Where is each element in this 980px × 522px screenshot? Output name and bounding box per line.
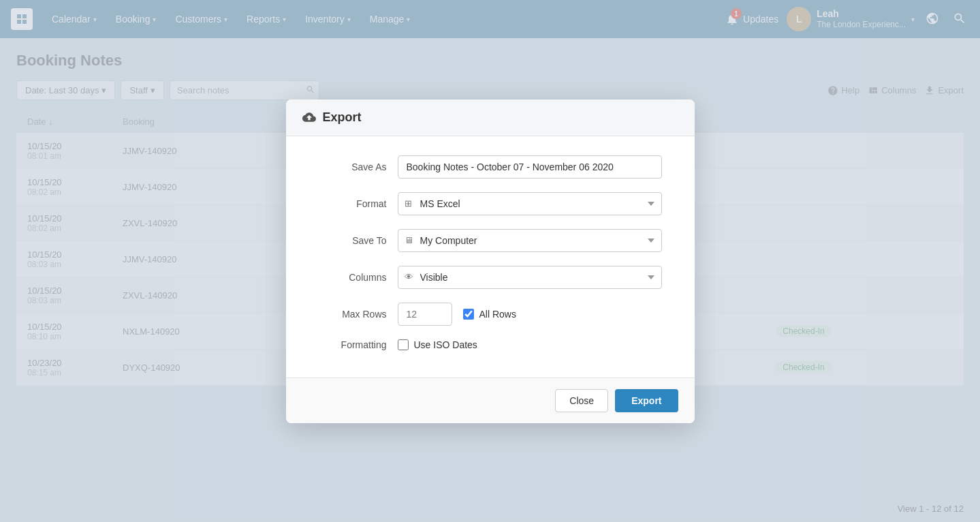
save-as-label: Save As	[319, 162, 387, 172]
cloud-upload-icon	[302, 110, 316, 124]
all-rows-label: All Rows	[479, 309, 516, 320]
modal-overlay: Export Save As Format ⊞ MS Excel CSV PDF	[0, 0, 980, 399]
format-label: Format	[319, 198, 387, 209]
columns-select[interactable]: Visible All	[398, 266, 662, 289]
save-as-row: Save As	[319, 155, 662, 179]
all-rows-checkbox[interactable]	[463, 309, 474, 320]
export-button[interactable]: Export	[615, 389, 678, 400]
modal-body: Save As Format ⊞ MS Excel CSV PDF Save T…	[286, 136, 695, 378]
max-rows-row: Max Rows All Rows	[319, 303, 662, 326]
modal-header: Export	[286, 99, 695, 136]
save-to-label: Save To	[319, 235, 387, 246]
max-rows-label: Max Rows	[319, 309, 387, 320]
columns-row: Columns 👁 Visible All	[319, 266, 662, 289]
save-to-row: Save To 🖥 My Computer Google Drive	[319, 229, 662, 252]
formatting-row: Formatting Use ISO Dates	[319, 339, 662, 350]
formatting-label: Formatting	[319, 339, 387, 350]
modal-footer: Close Export	[286, 378, 695, 400]
format-row: Format ⊞ MS Excel CSV PDF	[319, 192, 662, 215]
close-button[interactable]: Close	[555, 389, 608, 400]
columns-label: Columns	[319, 272, 387, 283]
save-to-select[interactable]: My Computer Google Drive	[398, 229, 662, 252]
format-select[interactable]: MS Excel CSV PDF	[398, 192, 662, 215]
use-iso-dates-label: Use ISO Dates	[414, 339, 477, 350]
modal-title: Export	[323, 110, 362, 125]
use-iso-dates-checkbox[interactable]	[398, 339, 409, 350]
max-rows-input[interactable]	[398, 303, 452, 326]
export-modal: Export Save As Format ⊞ MS Excel CSV PDF	[286, 99, 695, 400]
save-as-input[interactable]	[398, 155, 662, 179]
